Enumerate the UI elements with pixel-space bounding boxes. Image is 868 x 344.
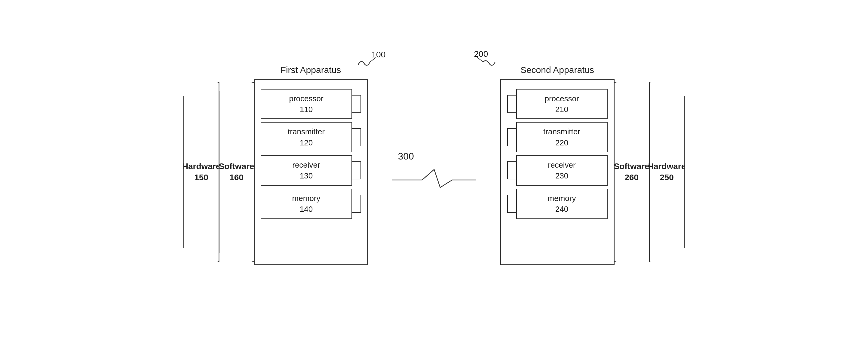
first-apparatus-ref: 100: [372, 50, 386, 60]
first-processor-tab: [352, 95, 361, 113]
first-receiver-row: receiver 130: [261, 155, 361, 186]
second-apparatus-ref: 200: [474, 49, 488, 59]
second-processor-tab: [507, 95, 516, 113]
first-transmitter-row: transmitter 120: [261, 122, 361, 152]
first-transmitter-tab: [352, 128, 361, 146]
second-apparatus-squiggle: 200: [477, 56, 501, 70]
second-hardware-ref: 250: [660, 172, 674, 183]
first-memory-row: memory 140: [261, 189, 361, 219]
second-apparatus-wrapper: Second Apparatus 200 processor 210: [500, 79, 685, 265]
second-memory-tab: [507, 195, 516, 213]
first-software-label: Software: [219, 161, 254, 172]
second-memory-row: memory 240: [507, 189, 608, 219]
first-apparatus-wrapper: Hardware 150 Software 160 First Apparatu…: [183, 79, 368, 265]
second-transmitter-row: transmitter 220: [507, 122, 608, 152]
second-apparatus-main: Second Apparatus 200 processor 210: [500, 79, 615, 265]
diagram-container: Hardware 150 Software 160 First Apparatu…: [0, 0, 868, 344]
connection-area: 300: [392, 151, 476, 194]
second-processor-box: processor 210: [516, 89, 608, 119]
first-software-ref: 160: [229, 172, 244, 183]
first-processor-row: processor 110: [261, 89, 361, 119]
first-apparatus-squiggle: 100: [355, 56, 379, 70]
second-apparatus-title: Second Apparatus 200: [501, 65, 614, 75]
second-memory-box: memory 240: [516, 189, 608, 219]
second-components-list: processor 210 transmitter 220 receiver: [507, 89, 608, 219]
second-software-ref: 260: [624, 172, 639, 183]
second-receiver-row: receiver 230: [507, 155, 608, 186]
first-memory-tab: [352, 195, 361, 213]
first-software-panel: Software 160: [219, 82, 255, 262]
first-hardware-panel: Hardware 150: [183, 82, 219, 262]
first-hardware-label: Hardware: [182, 161, 221, 172]
second-hardware-label: Hardware: [648, 161, 686, 172]
first-processor-box: processor 110: [261, 89, 352, 119]
first-apparatus-main: First Apparatus 100 processor 110: [254, 79, 368, 265]
second-receiver-box: receiver 230: [516, 155, 608, 186]
second-receiver-tab: [507, 161, 516, 179]
first-receiver-box: receiver 130: [261, 155, 352, 186]
first-receiver-tab: [352, 161, 361, 179]
first-apparatus-title: First Apparatus 100: [255, 65, 367, 75]
second-hardware-panel: Hardware 250: [649, 82, 685, 262]
second-processor-row: processor 210: [507, 89, 608, 119]
first-memory-box: memory 140: [261, 189, 352, 219]
first-transmitter-box: transmitter 120: [261, 122, 352, 152]
second-software-panel: Software 260: [614, 82, 650, 262]
connection-ref-label: 300: [398, 151, 414, 162]
connection-line-svg: [392, 166, 476, 194]
first-components-list: processor 110 transmitter 120 receiver: [261, 89, 361, 219]
second-software-label: Software: [614, 161, 649, 172]
first-hardware-ref: 150: [194, 172, 208, 183]
second-transmitter-box: transmitter 220: [516, 122, 608, 152]
second-transmitter-tab: [507, 128, 516, 146]
